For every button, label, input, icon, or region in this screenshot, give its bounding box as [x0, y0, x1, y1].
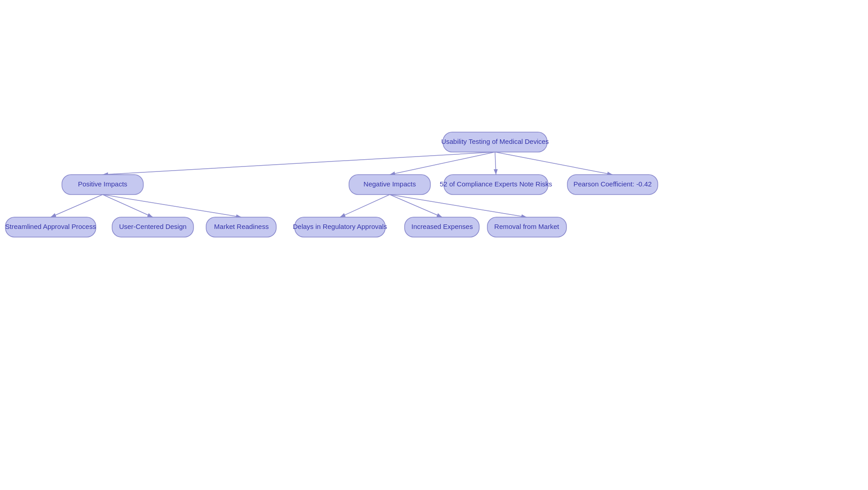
- edge-positive-market: [103, 195, 241, 217]
- edge-root-pearson: [495, 152, 613, 175]
- edge-positive-usercentered: [103, 195, 153, 217]
- edge-root-positive: [103, 152, 495, 175]
- edge-negative-expenses: [390, 195, 442, 217]
- removal-label: Removal from Market: [494, 223, 559, 230]
- edge-negative-delays: [340, 195, 390, 217]
- usercentered-label: User-Centered Design: [119, 223, 186, 230]
- edge-root-compliance: [495, 152, 496, 175]
- streamlined-label: Streamlined Approval Process: [5, 223, 96, 230]
- negative-impacts-label: Negative Impacts: [363, 180, 416, 188]
- edge-positive-streamlined: [51, 195, 103, 217]
- delays-label: Delays in Regulatory Approvals: [293, 223, 387, 230]
- market-label: Market Readiness: [214, 223, 269, 230]
- edge-negative-removal: [390, 195, 527, 217]
- positive-impacts-label: Positive Impacts: [78, 180, 127, 188]
- edge-root-negative: [390, 152, 495, 175]
- mind-map-diagram: Usability Testing of Medical Devices Pos…: [0, 0, 868, 490]
- expenses-label: Increased Expenses: [411, 223, 473, 230]
- root-node-label: Usability Testing of Medical Devices: [441, 138, 549, 145]
- compliance-label: 52 of Compliance Experts Note Risks: [440, 180, 552, 188]
- pearson-label: Pearson Coefficient: -0.42: [573, 180, 651, 188]
